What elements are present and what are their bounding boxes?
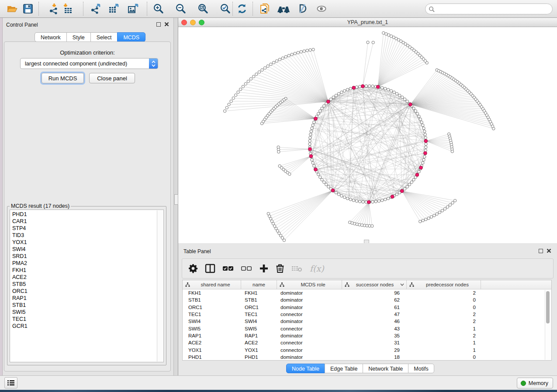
splitter-handle[interactable] xyxy=(174,194,178,205)
table-row[interactable]: STB1STB1dominator620 xyxy=(183,296,551,303)
table-cell: STB1 xyxy=(241,297,277,303)
mcds-result-item[interactable]: STB5 xyxy=(10,281,157,288)
close-panel-icon[interactable] xyxy=(164,22,169,27)
vertical-splitter[interactable] xyxy=(173,18,178,375)
mcds-result-item[interactable]: SRD1 xyxy=(10,253,157,260)
add-column-button[interactable] xyxy=(259,262,269,275)
delete-table-icon xyxy=(291,264,303,273)
mcds-result-item[interactable]: ACE2 xyxy=(10,274,157,281)
open-session-button[interactable] xyxy=(6,3,18,15)
table-row[interactable]: PHD1PHD1dominator180 xyxy=(183,354,551,360)
mcds-result-item[interactable]: CAR1 xyxy=(10,218,157,225)
column-header-shared-name[interactable]: shared name xyxy=(183,280,241,289)
tab-motifs[interactable]: Motifs xyxy=(408,364,434,373)
table-header-row: shared namenameMCDS rolesuccessor nodesp… xyxy=(183,280,551,289)
table-row[interactable]: TEC1TEC1connector472 xyxy=(183,311,551,318)
import-table-button[interactable] xyxy=(61,3,73,15)
main-toolbar xyxy=(0,0,557,18)
export-table-button[interactable] xyxy=(108,3,120,15)
eye-preview-button[interactable] xyxy=(315,3,328,15)
export-image-button[interactable] xyxy=(127,3,139,15)
save-session-button[interactable] xyxy=(22,3,34,15)
table-cell: PHD1 xyxy=(183,354,241,360)
deselect-all-button[interactable] xyxy=(241,262,252,275)
mcds-result-item[interactable]: SWI4 xyxy=(10,246,157,253)
table-row[interactable]: ACE2ACE2connector311 xyxy=(183,339,551,346)
mcds-list-scrollbar[interactable] xyxy=(157,210,163,361)
table-mode-button[interactable] xyxy=(188,262,198,275)
table-body: FKH1FKH1dominator962STB1STB1dominator620… xyxy=(183,289,551,360)
table-row[interactable]: YOX1YOX1connector291 xyxy=(183,346,551,353)
select-all-button[interactable] xyxy=(222,262,234,275)
mcds-result-item[interactable]: TID3 xyxy=(10,232,157,239)
import-network-button[interactable] xyxy=(48,3,60,15)
import-network-icon xyxy=(48,3,60,14)
tab-network-table[interactable]: Network Table xyxy=(363,364,408,373)
column-header-predecessor-nodes[interactable]: predecessor nodes xyxy=(407,280,481,289)
delete-column-button[interactable] xyxy=(276,262,284,275)
table-row[interactable]: FKH1FKH1dominator962 xyxy=(183,289,551,296)
mcds-result-item[interactable]: PHD1 xyxy=(10,211,157,218)
table-cell: 1 xyxy=(407,340,481,345)
column-header-label: shared name xyxy=(190,282,241,287)
table-row[interactable]: ORC1ORC1dominator610 xyxy=(183,304,551,311)
table-cell: SWI5 xyxy=(183,326,241,331)
deselect-all-icon xyxy=(241,264,252,273)
mcds-result-item[interactable]: GCR1 xyxy=(10,323,157,330)
search-input[interactable] xyxy=(435,5,552,14)
zoom-out-icon xyxy=(175,3,187,14)
zoom-fit-button[interactable] xyxy=(197,3,209,15)
memory-button[interactable]: Memory xyxy=(517,378,553,389)
mcds-result-item[interactable]: STP4 xyxy=(10,225,157,232)
refresh-button[interactable] xyxy=(236,3,248,15)
network-graph[interactable] xyxy=(178,27,557,243)
optimization-criterion-select[interactable]: largest connected component (undirected) xyxy=(20,58,158,69)
column-header-MCDS-role[interactable]: MCDS role xyxy=(277,280,342,289)
table-cell: 96 xyxy=(342,290,407,296)
mcds-result-item[interactable]: TEC1 xyxy=(10,316,157,323)
table-cell: dominator xyxy=(277,305,342,310)
mcds-result-item[interactable]: RAP1 xyxy=(10,295,157,302)
network-from-document-button[interactable] xyxy=(259,3,271,15)
details-toggle-icon xyxy=(297,3,308,14)
run-mcds-button[interactable]: Run MCDS xyxy=(42,73,84,83)
mcds-result-item[interactable]: SWI5 xyxy=(10,309,157,316)
tab-network[interactable]: Network xyxy=(35,32,67,42)
mcds-result-item[interactable]: YOX1 xyxy=(10,239,157,246)
close-table-panel-icon[interactable] xyxy=(547,248,551,253)
search-binoculars-button[interactable] xyxy=(276,3,291,15)
column-header-name[interactable]: name xyxy=(241,280,277,289)
float-panel-icon[interactable] xyxy=(156,22,161,27)
show-columns-button[interactable] xyxy=(205,262,215,275)
network-canvas[interactable] xyxy=(178,27,557,243)
graphics-details-button[interactable] xyxy=(296,3,308,15)
control-panel-header: Control Panel xyxy=(3,18,173,31)
table-scrollbar[interactable] xyxy=(545,290,551,360)
tab-node-table[interactable]: Node Table xyxy=(286,364,325,373)
float-table-panel-icon[interactable] xyxy=(539,249,543,253)
column-header-successor-nodes[interactable]: successor nodes xyxy=(342,280,407,289)
table-cell: FKH1 xyxy=(241,290,277,296)
column-tree-icon xyxy=(185,282,190,287)
table-cell: dominator xyxy=(277,297,342,303)
mcds-result-item[interactable]: ORC1 xyxy=(10,288,157,295)
zoom-selected-button[interactable] xyxy=(219,3,232,15)
table-row[interactable]: SWI4SWI4dominator462 xyxy=(183,318,551,325)
export-network-button[interactable] xyxy=(90,3,102,15)
mcds-result-item[interactable]: STB1 xyxy=(10,302,157,309)
close-panel-button[interactable]: Close panel xyxy=(89,73,135,83)
table-row[interactable]: RAP1RAP1dominator352 xyxy=(183,332,551,339)
mcds-result-item[interactable]: FKH1 xyxy=(10,267,157,274)
zoom-out-button[interactable] xyxy=(175,3,187,15)
control-panel-title: Control Panel xyxy=(6,22,38,28)
show-task-history-button[interactable] xyxy=(4,377,17,389)
tab-mcds[interactable]: MCDS xyxy=(117,32,145,42)
zoom-in-button[interactable] xyxy=(152,3,165,15)
tab-select[interactable]: Select xyxy=(90,32,118,42)
mcds-result-item[interactable]: PMA2 xyxy=(10,260,157,267)
tab-style[interactable]: Style xyxy=(66,32,91,42)
table-scrollbar-thumb[interactable] xyxy=(546,291,550,323)
mcds-result-legend: MCDS result (17 nodes) xyxy=(10,203,71,209)
tab-edge-table[interactable]: Edge Table xyxy=(325,364,363,373)
table-row[interactable]: SWI5SWI5connector431 xyxy=(183,325,551,332)
